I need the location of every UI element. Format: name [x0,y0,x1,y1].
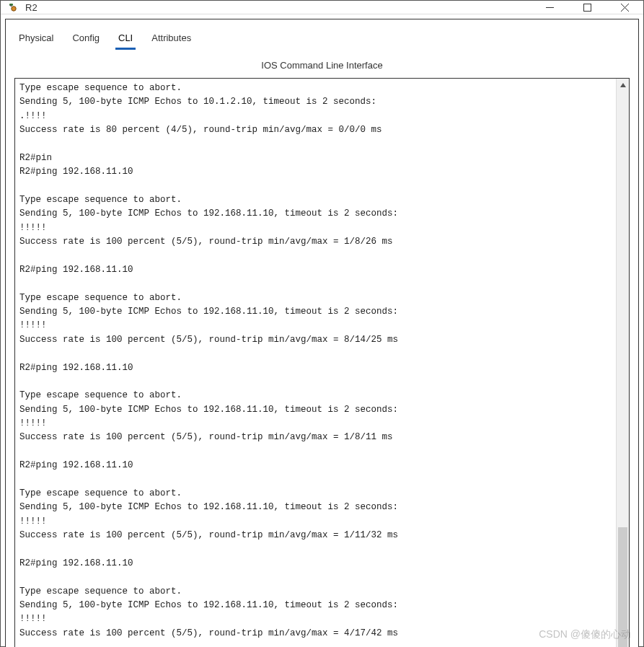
scrollbar[interactable] [616,79,629,647]
terminal-output[interactable]: Type escape sequence to abort. Sending 5… [15,79,616,647]
tab-physical[interactable]: Physical [16,30,56,50]
terminal-area: Type escape sequence to abort. Sending 5… [14,78,630,647]
tabs: Physical Config CLI Attributes [7,21,637,50]
app-window: R2 Physical Config CLI Attributes IOS Co… [0,0,644,647]
window-controls [531,1,643,14]
tab-cli[interactable]: CLI [115,30,136,50]
scroll-up-icon[interactable] [617,79,629,92]
cli-title: IOS Command Line Interface [7,50,637,75]
svg-point-0 [12,6,16,11]
terminal-box: Type escape sequence to abort. Sending 5… [14,78,630,647]
app-icon [6,1,19,14]
maximize-button[interactable] [568,1,606,14]
scroll-thumb[interactable] [618,527,627,647]
svg-rect-4 [583,4,591,11]
tab-attributes[interactable]: Attributes [149,30,194,50]
tab-config[interactable]: Config [69,30,102,50]
titlebar: R2 [1,1,643,14]
content-frame: Physical Config CLI Attributes IOS Comma… [5,19,639,647]
close-button[interactable] [606,1,643,14]
minimize-button[interactable] [531,1,568,14]
window-title: R2 [25,2,531,13]
